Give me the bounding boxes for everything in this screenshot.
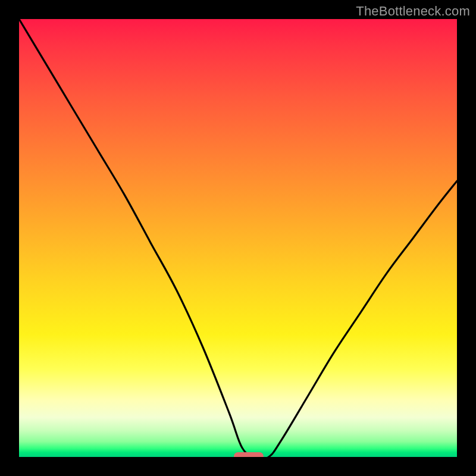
chart-frame: TheBottleneck.com <box>0 0 476 476</box>
optimum-marker <box>234 452 264 457</box>
bottleneck-curve <box>19 19 457 457</box>
watermark-text: TheBottleneck.com <box>356 4 470 19</box>
plot-area <box>19 19 457 457</box>
